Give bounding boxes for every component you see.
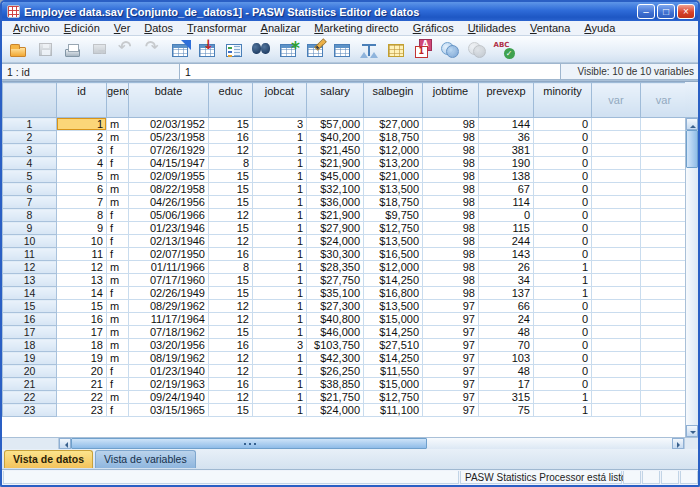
cell-minority-row3[interactable]: 0 [534, 144, 592, 157]
cell-var2-row13[interactable] [641, 274, 686, 287]
cell-var2-row17[interactable] [641, 326, 686, 339]
cell-jobcat-row7[interactable]: 1 [253, 196, 307, 209]
cell-id-row11[interactable]: 11 [57, 248, 107, 261]
cell-jobcat-row1[interactable]: 3 [253, 118, 307, 131]
variables-button[interactable] [221, 37, 247, 61]
column-header-var1[interactable]: var [592, 83, 641, 118]
vertical-scroll-track[interactable] [686, 168, 698, 425]
cell-educ-row18[interactable]: 16 [209, 339, 253, 352]
cell-gender-row3[interactable]: f [107, 144, 129, 157]
column-header-jobcat[interactable]: jobcat [253, 83, 307, 118]
row-header-21[interactable]: 21 [3, 378, 57, 391]
menu-transformar[interactable]: Transformar [180, 21, 254, 35]
cell-educ-row1[interactable]: 15 [209, 118, 253, 131]
insert-cases-button[interactable] [275, 37, 301, 61]
grid-corner-cell[interactable] [3, 83, 57, 118]
cell-jobcat-row2[interactable]: 1 [253, 131, 307, 144]
cell-salbegin-row10[interactable]: $13,500 [364, 235, 423, 248]
cell-salary-row17[interactable]: $46,000 [307, 326, 364, 339]
cell-gender-row13[interactable]: m [107, 274, 129, 287]
cell-prevexp-row2[interactable]: 36 [479, 131, 534, 144]
cell-minority-row17[interactable]: 0 [534, 326, 592, 339]
cell-educ-row10[interactable]: 12 [209, 235, 253, 248]
cell-var2-row2[interactable] [641, 131, 686, 144]
column-header-minority[interactable]: minority [534, 83, 592, 118]
cell-prevexp-row13[interactable]: 34 [479, 274, 534, 287]
cell-gender-row11[interactable]: f [107, 248, 129, 261]
cell-jobcat-row17[interactable]: 1 [253, 326, 307, 339]
cell-jobtime-row12[interactable]: 98 [423, 261, 479, 274]
cell-minority-row12[interactable]: 1 [534, 261, 592, 274]
cell-prevexp-row18[interactable]: 70 [479, 339, 534, 352]
cell-minority-row13[interactable]: 1 [534, 274, 592, 287]
cell-var2-row12[interactable] [641, 261, 686, 274]
cell-jobcat-row14[interactable]: 1 [253, 287, 307, 300]
cell-salary-row23[interactable]: $24,000 [307, 404, 364, 417]
goto-variable-button[interactable] [194, 37, 220, 61]
cell-gender-row15[interactable]: m [107, 300, 129, 313]
weight-cases-button[interactable] [356, 37, 382, 61]
cell-minority-row9[interactable]: 0 [534, 222, 592, 235]
cell-var2-row21[interactable] [641, 378, 686, 391]
cell-id-row2[interactable]: 2 [57, 131, 107, 144]
cell-gender-row22[interactable]: m [107, 391, 129, 404]
tab-vista-de-datos[interactable]: Vista de datos [4, 450, 93, 468]
cell-educ-row6[interactable]: 15 [209, 183, 253, 196]
open-data-button[interactable] [5, 37, 31, 61]
row-header-1[interactable]: 1 [3, 118, 57, 131]
cell-gender-row5[interactable]: m [107, 170, 129, 183]
cell-var1-row16[interactable] [592, 313, 641, 326]
cell-bdate-row1[interactable]: 02/03/1952 [129, 118, 209, 131]
cell-salbegin-row4[interactable]: $13,200 [364, 157, 423, 170]
cell-prevexp-row4[interactable]: 190 [479, 157, 534, 170]
cell-jobtime-row19[interactable]: 97 [423, 352, 479, 365]
cell-educ-row7[interactable]: 15 [209, 196, 253, 209]
cell-gender-row17[interactable]: m [107, 326, 129, 339]
row-header-15[interactable]: 15 [3, 300, 57, 313]
cell-educ-row17[interactable]: 15 [209, 326, 253, 339]
cell-var1-row8[interactable] [592, 209, 641, 222]
cell-bdate-row18[interactable]: 03/20/1956 [129, 339, 209, 352]
cell-prevexp-row8[interactable]: 0 [479, 209, 534, 222]
cell-var2-row1[interactable] [641, 118, 686, 131]
row-header-6[interactable]: 6 [3, 183, 57, 196]
cell-minority-row22[interactable]: 1 [534, 391, 592, 404]
cell-jobtime-row3[interactable]: 98 [423, 144, 479, 157]
menu-edicion[interactable]: Edición [57, 21, 107, 35]
cell-id-row16[interactable]: 16 [57, 313, 107, 326]
cell-bdate-row4[interactable]: 04/15/1947 [129, 157, 209, 170]
cell-jobcat-row9[interactable]: 1 [253, 222, 307, 235]
cell-bdate-row10[interactable]: 02/13/1946 [129, 235, 209, 248]
cell-prevexp-row7[interactable]: 114 [479, 196, 534, 209]
cell-salbegin-row2[interactable]: $18,750 [364, 131, 423, 144]
cell-salary-row18[interactable]: $103,750 [307, 339, 364, 352]
vertical-scroll-thumb[interactable] [686, 130, 698, 168]
column-header-educ[interactable]: educ [209, 83, 253, 118]
row-header-11[interactable]: 11 [3, 248, 57, 261]
menu-graficos[interactable]: Gráficos [406, 21, 461, 35]
cell-id-row1[interactable]: 1 [57, 118, 107, 131]
cell-var2-row15[interactable] [641, 300, 686, 313]
cell-id-row23[interactable]: 23 [57, 404, 107, 417]
cell-var1-row7[interactable] [592, 196, 641, 209]
cell-gender-row8[interactable]: f [107, 209, 129, 222]
cell-minority-row14[interactable]: 1 [534, 287, 592, 300]
cell-var1-row20[interactable] [592, 365, 641, 378]
cell-salary-row1[interactable]: $57,000 [307, 118, 364, 131]
cell-jobcat-row19[interactable]: 1 [253, 352, 307, 365]
cell-educ-row19[interactable]: 12 [209, 352, 253, 365]
menu-ayuda[interactable]: Ayuda [577, 21, 622, 35]
menu-marketing-directo[interactable]: Marketing directo [307, 21, 405, 35]
cell-bdate-row11[interactable]: 02/07/1950 [129, 248, 209, 261]
cell-minority-row10[interactable]: 0 [534, 235, 592, 248]
cell-minority-row19[interactable]: 0 [534, 352, 592, 365]
cell-salary-row8[interactable]: $21,900 [307, 209, 364, 222]
cell-salary-row13[interactable]: $27,750 [307, 274, 364, 287]
cell-jobcat-row21[interactable]: 1 [253, 378, 307, 391]
cell-salbegin-row19[interactable]: $14,250 [364, 352, 423, 365]
cell-prevexp-row6[interactable]: 67 [479, 183, 534, 196]
cell-salbegin-row11[interactable]: $16,500 [364, 248, 423, 261]
cell-var2-row10[interactable] [641, 235, 686, 248]
cell-salbegin-row17[interactable]: $14,250 [364, 326, 423, 339]
cell-educ-row9[interactable]: 15 [209, 222, 253, 235]
